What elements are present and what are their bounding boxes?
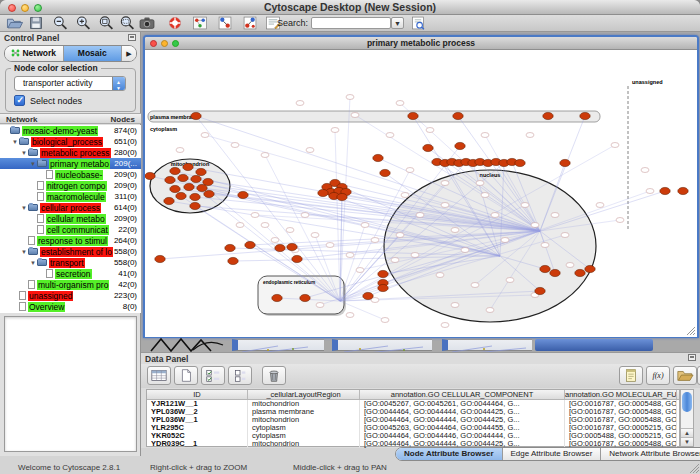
selected-network-node[interactable] — [183, 163, 193, 170]
network-node[interactable] — [416, 213, 424, 218]
network-node[interactable] — [426, 128, 434, 133]
network-node[interactable] — [411, 253, 419, 258]
selected-network-node[interactable] — [191, 112, 201, 119]
notepad-icon[interactable] — [619, 366, 643, 385]
tree-item-label[interactable]: biological_process — [31, 137, 103, 147]
selected-network-node[interactable] — [660, 187, 670, 194]
column-header[interactable]: annotation.GO MOLECULAR_FUNCTION — [565, 390, 677, 399]
expander-icon[interactable]: ▼ — [29, 161, 37, 167]
zoom-out-icon[interactable] — [51, 16, 71, 30]
tree-item-label[interactable]: metabolic process — [40, 148, 111, 158]
tree-item-label[interactable]: Overview — [28, 302, 65, 312]
network-node[interactable] — [531, 223, 539, 228]
column-header[interactable]: _cellularLayoutRegion — [248, 390, 360, 399]
tab-network-attribute-browser[interactable]: Network Attribute Browser — [601, 448, 700, 460]
network-node[interactable] — [526, 133, 534, 138]
tree-item[interactable]: mosaic-demo-yeast874(0) — [0, 125, 141, 136]
scrollbar-thumb[interactable] — [682, 392, 692, 412]
attribute-table-icon[interactable] — [147, 366, 171, 385]
network-node[interactable] — [261, 223, 269, 228]
search-input[interactable] — [311, 17, 391, 29]
tree-item[interactable]: secretion41(0) — [0, 268, 141, 279]
tree-item-label[interactable]: transport — [49, 258, 85, 268]
tree-column-nodes[interactable]: Nodes — [111, 115, 135, 124]
tree-item-label[interactable]: nucleobase- — [55, 170, 103, 180]
expander-icon[interactable]: ▼ — [11, 139, 19, 145]
tree-item[interactable]: cell communicat22(0) — [0, 224, 141, 235]
selected-network-node[interactable] — [228, 257, 238, 264]
save-session-icon[interactable] — [26, 16, 46, 30]
network-node[interactable] — [476, 181, 484, 186]
tree-item[interactable]: nucleobase-209(0) — [0, 169, 141, 180]
zoom-in-icon[interactable] — [74, 16, 94, 30]
selected-network-node[interactable] — [272, 294, 282, 301]
network-node[interactable] — [286, 228, 294, 233]
tree-item-label[interactable]: cellular metabo — [46, 214, 106, 224]
network-node[interactable] — [541, 243, 549, 248]
network-window[interactable]: primary metabolic process plasma membran… — [143, 35, 699, 338]
network-node[interactable] — [316, 303, 324, 308]
open-session-icon[interactable] — [5, 16, 25, 30]
selected-network-node[interactable] — [170, 185, 180, 192]
window-resize-grip[interactable] — [689, 463, 699, 473]
selected-network-node[interactable] — [363, 292, 373, 299]
selected-network-node[interactable] — [191, 175, 201, 182]
node-attributes-icon[interactable] — [190, 16, 210, 30]
selected-network-node[interactable] — [170, 167, 180, 174]
network-node[interactable] — [346, 253, 354, 258]
selected-network-node[interactable] — [535, 287, 545, 294]
selected-network-node[interactable] — [560, 159, 570, 166]
network-node[interactable] — [641, 168, 649, 173]
tree-column-network[interactable]: Network — [6, 115, 38, 124]
network-node[interactable] — [401, 193, 409, 198]
scroll-down-icon[interactable]: ▼ — [681, 437, 693, 446]
network-node[interactable] — [561, 233, 569, 238]
selected-network-node[interactable] — [678, 187, 688, 194]
network-node[interactable] — [551, 213, 559, 218]
network-node[interactable] — [311, 233, 319, 238]
zoom-selected-icon[interactable] — [97, 16, 117, 30]
selected-network-node[interactable] — [190, 193, 200, 200]
network-window-titlebar[interactable]: primary metabolic process — [145, 37, 697, 50]
zoom-fit-icon[interactable] — [118, 16, 138, 30]
network-node[interactable] — [441, 323, 449, 328]
column-header[interactable]: ID — [147, 390, 248, 399]
table-row[interactable]: YKR052Ccytoplasm[GO:0044464, GO:0044446,… — [147, 432, 679, 440]
network-node[interactable] — [306, 148, 314, 153]
network-node[interactable] — [386, 133, 394, 138]
table-row[interactable]: YJR121W__1mitochondrion[GO:0045267, GO:0… — [147, 400, 679, 408]
selected-network-node[interactable] — [378, 270, 388, 277]
network-node[interactable] — [301, 213, 309, 218]
network-node[interactable] — [491, 213, 499, 218]
network-node[interactable] — [391, 258, 399, 263]
network-node[interactable] — [451, 228, 459, 233]
function-builder-icon[interactable]: f(x) — [646, 366, 670, 385]
network-node[interactable] — [596, 203, 604, 208]
expander-icon[interactable]: ▼ — [20, 205, 28, 211]
background-window[interactable] — [442, 339, 532, 351]
tree-item-label[interactable]: primary metabo — [49, 159, 110, 169]
float-panel-icon[interactable] — [128, 34, 136, 41]
network-node[interactable] — [486, 308, 494, 313]
network-node[interactable] — [436, 273, 444, 278]
network-node[interactable] — [231, 143, 239, 148]
network-node[interactable] — [521, 203, 529, 208]
tree-item-label[interactable]: unassigned — [28, 291, 73, 301]
network-node[interactable] — [566, 263, 574, 268]
selected-network-node[interactable] — [275, 244, 285, 251]
float-panel-icon[interactable] — [688, 354, 696, 361]
network-node[interactable] — [481, 133, 489, 138]
table-row[interactable]: YPL036W__1mitochondrion[GO:0044464, GO:0… — [147, 416, 679, 424]
network-node[interactable] — [251, 213, 259, 218]
dropdown-stepper-icon[interactable] — [112, 77, 125, 90]
help-lifering-icon[interactable] — [165, 16, 185, 30]
selected-network-node[interactable] — [176, 192, 186, 199]
network-node[interactable] — [346, 313, 354, 318]
network-node[interactable] — [501, 238, 509, 243]
tree-header[interactable]: Network Nodes — [0, 113, 141, 124]
selected-network-node[interactable] — [190, 202, 200, 209]
network-node[interactable] — [371, 238, 379, 243]
network-node[interactable] — [396, 101, 404, 106]
selected-network-node[interactable] — [378, 284, 388, 291]
selected-network-node[interactable] — [337, 193, 347, 200]
